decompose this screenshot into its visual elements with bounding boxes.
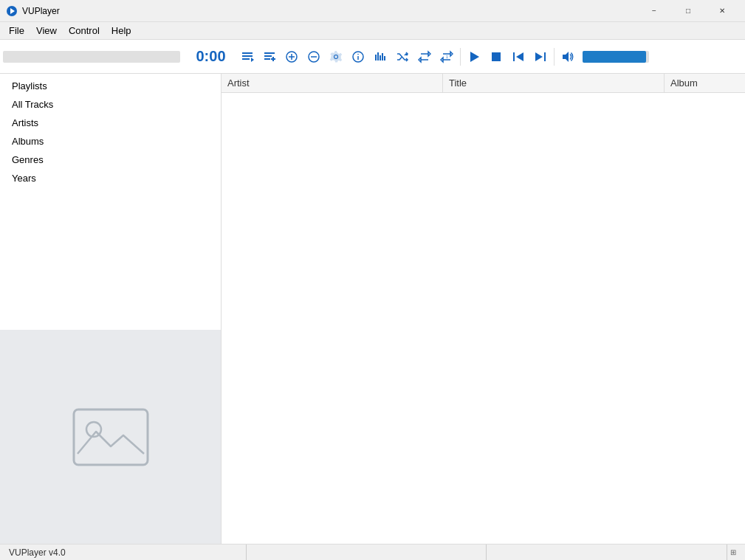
svg-rect-2 — [242, 52, 253, 54]
svg-marker-25 — [470, 52, 479, 62]
play-button[interactable] — [464, 46, 484, 67]
svg-rect-20 — [377, 52, 379, 61]
stop-button[interactable] — [486, 46, 507, 67]
sidebar-item-playlists[interactable]: Playlists — [0, 77, 221, 95]
volume-bar[interactable] — [583, 51, 649, 63]
menu-help[interactable]: Help — [106, 24, 137, 38]
svg-rect-7 — [264, 55, 272, 57]
svg-rect-6 — [264, 52, 275, 54]
next-button[interactable] — [530, 46, 551, 67]
svg-rect-29 — [544, 52, 546, 61]
sidebar-item-artists[interactable]: Artists — [0, 114, 221, 132]
repeat-button[interactable] — [414, 46, 435, 67]
title-bar: VUPlayer − □ ✕ — [0, 0, 745, 22]
shuffle-button[interactable] — [392, 46, 413, 67]
col-header-title[interactable]: Title — [443, 74, 665, 92]
status-seg3 — [487, 545, 727, 560]
info-button[interactable] — [348, 46, 368, 67]
status-bar: VUPlayer v4.0 ⊞ — [0, 544, 745, 560]
toolbar-separator — [460, 48, 461, 66]
previous-button[interactable] — [508, 46, 529, 67]
svg-rect-8 — [264, 58, 270, 60]
col-header-artist[interactable]: Artist — [222, 74, 443, 92]
toolbar-separator-2 — [554, 48, 555, 66]
menu-control[interactable]: Control — [63, 24, 106, 38]
app-icon — [6, 5, 18, 17]
svg-rect-26 — [492, 52, 501, 61]
svg-rect-4 — [242, 58, 250, 60]
svg-marker-30 — [535, 52, 543, 61]
svg-point-18 — [357, 53, 359, 55]
window-controls: − □ ✕ — [637, 0, 739, 22]
time-display: 0:00 — [190, 48, 231, 65]
sidebar: Playlists All Tracks Artists Albums Genr… — [0, 74, 222, 544]
col-header-album[interactable]: Album — [665, 74, 745, 92]
svg-marker-28 — [516, 52, 523, 61]
add-playlist-button[interactable] — [259, 46, 280, 67]
app-title: VUPlayer — [22, 6, 637, 16]
sidebar-item-years[interactable]: Years — [0, 169, 221, 187]
svg-marker-31 — [563, 52, 569, 62]
playlist-button[interactable] — [237, 46, 258, 67]
seek-bar[interactable] — [3, 51, 180, 63]
sidebar-item-albums[interactable]: Albums — [0, 132, 221, 151]
svg-rect-23 — [384, 56, 385, 61]
maximize-button[interactable]: □ — [671, 0, 705, 22]
sidebar-item-all-tracks[interactable]: All Tracks — [0, 95, 221, 114]
menu-view[interactable]: View — [30, 24, 63, 38]
svg-text:1: 1 — [446, 55, 448, 59]
track-list-area: Artist Title Album Duration — [222, 74, 745, 544]
svg-rect-27 — [513, 52, 515, 61]
sidebar-nav: Playlists All Tracks Artists Albums Genr… — [0, 74, 221, 330]
svg-rect-21 — [380, 55, 381, 61]
add-files-button[interactable] — [281, 46, 302, 67]
main-content: Playlists All Tracks Artists Albums Genr… — [0, 74, 745, 544]
menu-bar: File View Control Help — [0, 22, 745, 40]
svg-rect-32 — [74, 409, 148, 465]
remove-button[interactable] — [303, 46, 324, 67]
menu-file[interactable]: File — [3, 24, 30, 38]
svg-rect-19 — [375, 55, 377, 61]
minimize-button[interactable]: − — [637, 0, 671, 22]
toolbar: 0:00 — [0, 40, 745, 74]
equalizer-button[interactable] — [370, 46, 391, 67]
svg-rect-3 — [242, 55, 253, 57]
sidebar-item-genres[interactable]: Genres — [0, 151, 221, 169]
album-art-placeholder — [70, 406, 151, 469]
album-art-area — [0, 330, 221, 544]
svg-rect-22 — [382, 53, 383, 61]
status-main: VUPlayer v4.0 — [6, 545, 247, 560]
repeat-one-button[interactable]: 1 — [436, 46, 457, 67]
track-list-body — [222, 93, 745, 544]
album-art-icon — [70, 406, 151, 469]
status-corner: ⊞ — [727, 545, 739, 561]
track-list-header: Artist Title Album Duration — [222, 74, 745, 93]
volume-fill — [583, 51, 646, 63]
volume-button[interactable] — [557, 46, 578, 67]
settings-button[interactable] — [326, 46, 346, 67]
close-button[interactable]: ✕ — [705, 0, 739, 22]
svg-rect-10 — [271, 58, 275, 60]
status-seg2 — [247, 545, 487, 560]
svg-marker-5 — [251, 58, 254, 62]
